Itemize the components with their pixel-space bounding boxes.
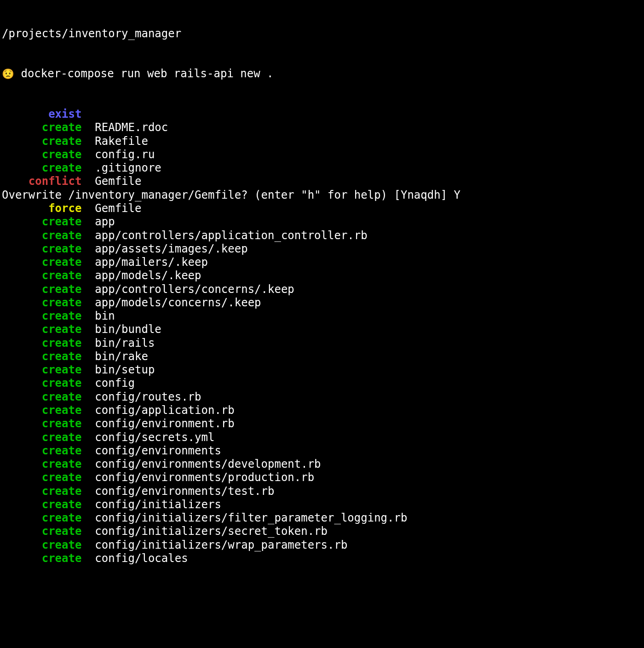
status-create: create xyxy=(2,390,81,404)
status-create: create xyxy=(2,229,81,242)
status-create: create xyxy=(2,444,81,458)
status-create: create xyxy=(2,148,81,161)
status-create: create xyxy=(2,310,81,323)
status-create: create xyxy=(2,269,81,282)
file-path: config/environments/production.rb xyxy=(95,471,314,484)
status-create: create xyxy=(2,337,81,350)
prompt-line: 😟 docker-compose run web rails-api new . xyxy=(2,67,642,80)
output-line: create config/initializers/wrap_paramete… xyxy=(2,539,642,552)
status-force: force xyxy=(2,202,81,215)
output-line: create config/initializers xyxy=(2,498,642,511)
cwd-path: /projects/inventory_manager xyxy=(2,27,642,40)
file-path: config/initializers/secret_token.rb xyxy=(95,525,328,538)
status-create: create xyxy=(2,552,81,565)
output-line: create bin xyxy=(2,310,642,323)
status-create: create xyxy=(2,215,81,229)
status-create: create xyxy=(2,485,81,498)
status-create: create xyxy=(2,431,81,444)
status-create: create xyxy=(2,121,81,134)
output-line: create config/secrets.yml xyxy=(2,431,642,444)
overwrite-prompt: Overwrite /inventory_manager/Gemfile? (e… xyxy=(2,189,642,202)
output-line: create config/environments/test.rb xyxy=(2,485,642,498)
status-create: create xyxy=(2,511,81,525)
file-path: app/controllers/application_controller.r… xyxy=(95,229,367,242)
status-create: create xyxy=(2,242,81,256)
file-path: config/initializers/filter_parameter_log… xyxy=(95,511,407,525)
file-path: Gemfile xyxy=(95,175,141,188)
status-conflict: conflict xyxy=(2,175,81,188)
prompt-command: docker-compose run web rails-api new . xyxy=(14,67,274,80)
status-create: create xyxy=(2,471,81,484)
output-line: create config/locales xyxy=(2,552,642,565)
output-line: create config/environments/development.r… xyxy=(2,458,642,471)
file-path: bin/setup xyxy=(95,363,155,377)
status-create: create xyxy=(2,283,81,296)
file-path: config xyxy=(95,377,135,390)
output-line: create config/application.rb xyxy=(2,404,642,417)
status-exist: exist xyxy=(2,108,81,121)
file-path: bin xyxy=(95,310,115,323)
output-line: create app/mailers/.keep xyxy=(2,256,642,269)
file-path: config/secrets.yml xyxy=(95,431,214,444)
output-line: create Rakefile xyxy=(2,135,642,148)
status-create: create xyxy=(2,363,81,377)
output-line: create bin/bundle xyxy=(2,323,642,336)
file-path: .gitignore xyxy=(95,161,161,175)
file-path: config/initializers/wrap_parameters.rb xyxy=(95,539,347,552)
terminal-output[interactable]: /projects/inventory_manager 😟 docker-com… xyxy=(0,0,644,579)
output-line: create config.ru xyxy=(2,148,642,161)
output-line: create app/controllers/application_contr… xyxy=(2,229,642,242)
status-create: create xyxy=(2,539,81,552)
status-create: create xyxy=(2,296,81,310)
output-line: conflict Gemfile xyxy=(2,175,642,188)
status-create: create xyxy=(2,498,81,511)
file-path: config/environments/test.rb xyxy=(95,485,274,498)
file-path: config.ru xyxy=(95,148,155,161)
status-create: create xyxy=(2,417,81,430)
file-path: config/environments/development.rb xyxy=(95,458,321,471)
status-create: create xyxy=(2,135,81,148)
status-create: create xyxy=(2,404,81,417)
file-path: app/mailers/.keep xyxy=(95,256,208,269)
output-line: create config/environment.rb xyxy=(2,417,642,430)
status-create: create xyxy=(2,350,81,363)
file-path: config/routes.rb xyxy=(95,390,201,404)
output-line: force Gemfile xyxy=(2,202,642,215)
file-path: config/environments xyxy=(95,444,221,458)
file-path: config/application.rb xyxy=(95,404,234,417)
file-path: bin/bundle xyxy=(95,323,161,336)
file-path: config/locales xyxy=(95,552,188,565)
output-line: exist xyxy=(2,108,642,121)
output-line: create bin/rake xyxy=(2,350,642,363)
output-line: create config/routes.rb xyxy=(2,390,642,404)
output-line: create config/environments xyxy=(2,444,642,458)
prompt-emoji-icon: 😟 xyxy=(2,68,14,80)
status-create: create xyxy=(2,256,81,269)
output-line: create README.rdoc xyxy=(2,121,642,134)
status-create: create xyxy=(2,458,81,471)
file-path: bin/rails xyxy=(95,337,155,350)
file-path: bin/rake xyxy=(95,350,148,363)
output-line: create app/controllers/concerns/.keep xyxy=(2,283,642,296)
output-line: create .gitignore xyxy=(2,161,642,175)
file-path: app/controllers/concerns/.keep xyxy=(95,283,294,296)
status-create: create xyxy=(2,323,81,336)
output-line: create bin/setup xyxy=(2,363,642,377)
file-path: README.rdoc xyxy=(95,121,168,134)
file-path: app/assets/images/.keep xyxy=(95,242,247,256)
output-line: create app/models/.keep xyxy=(2,269,642,282)
output-line: create app/assets/images/.keep xyxy=(2,242,642,256)
file-path: app/models/concerns/.keep xyxy=(95,296,261,310)
output-line: create config/initializers/secret_token.… xyxy=(2,525,642,538)
file-path: app/models/.keep xyxy=(95,269,201,282)
output-line: create config xyxy=(2,377,642,390)
status-create: create xyxy=(2,525,81,538)
file-path: Rakefile xyxy=(95,135,148,148)
output-line: create app xyxy=(2,215,642,229)
file-path: config/initializers xyxy=(95,498,221,511)
output-line: create config/initializers/filter_parame… xyxy=(2,511,642,525)
output-line: create bin/rails xyxy=(2,337,642,350)
file-path: Gemfile xyxy=(95,202,141,215)
status-create: create xyxy=(2,161,81,175)
file-path: app xyxy=(95,215,115,229)
